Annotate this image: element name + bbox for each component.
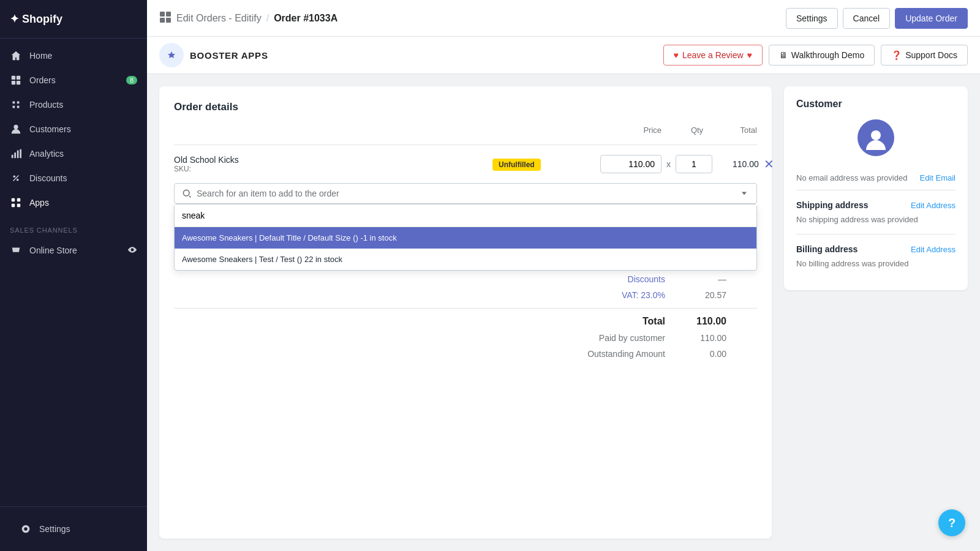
online-store-icon: [10, 244, 22, 257]
svg-rect-7: [17, 151, 19, 159]
vat-value: 20.57: [690, 290, 726, 300]
svg-rect-16: [160, 12, 165, 17]
customer-title: Customer: [796, 99, 956, 110]
add-sales-channel-icon[interactable]: [127, 225, 137, 236]
svg-point-15: [131, 248, 134, 251]
sidebar-item-label: Orders: [29, 75, 56, 85]
svg-rect-6: [14, 152, 16, 158]
sidebar-item-label: Customers: [29, 124, 71, 134]
svg-rect-8: [20, 149, 21, 158]
walkthrough-demo-button[interactable]: 🖥 Walkthrough Demo: [769, 45, 875, 66]
booster-actions: ♥ Leave a Review ♥ 🖥 Walkthrough Demo ❓ …: [663, 45, 968, 66]
svg-rect-11: [12, 198, 15, 201]
remove-product-button[interactable]: ✕: [764, 157, 774, 171]
no-shipping-address-text: No shipping address was provided: [796, 215, 956, 224]
help-button[interactable]: ?: [938, 509, 965, 536]
svg-rect-1: [17, 76, 20, 80]
sidebar-item-analytics[interactable]: Analytics: [0, 141, 147, 166]
shipping-address-section: Shipping address Edit Address No shippin…: [796, 190, 956, 234]
question-icon: ❓: [891, 50, 902, 60]
cancel-button[interactable]: Cancel: [843, 8, 891, 29]
svg-rect-0: [12, 76, 15, 80]
svg-rect-17: [166, 12, 171, 17]
vat-row: VAT: 23.0% 20.57: [174, 287, 757, 303]
outstanding-row: Outstanding Amount 0.00: [174, 346, 757, 362]
sidebar-item-orders[interactable]: Orders 8: [0, 68, 147, 92]
main-content: Edit Orders - Editify / Order #1033A Set…: [147, 0, 980, 551]
svg-rect-3: [17, 81, 20, 84]
customer-panel: Customer No email address was provided E…: [784, 86, 968, 539]
search-placeholder: Search for an item to add to the order: [197, 189, 339, 198]
sidebar-item-label: Discounts: [29, 173, 67, 183]
grid-icon: [159, 11, 172, 26]
discounts-label: Discounts: [628, 274, 665, 284]
total-header: Total: [733, 126, 757, 135]
sidebar-item-customers[interactable]: Customers: [0, 117, 147, 141]
svg-point-9: [13, 176, 16, 178]
svg-point-10: [17, 179, 19, 181]
booster-logo-text: BOOSTER APPS: [190, 50, 268, 61]
settings-label: Settings: [39, 524, 70, 534]
edit-shipping-address-link[interactable]: Edit Address: [911, 201, 956, 210]
products-icon: [10, 99, 22, 111]
product-sku: SKU:: [174, 165, 488, 173]
billing-address-section: Billing address Edit Address No billing …: [796, 234, 956, 278]
total-value: 110.00: [690, 316, 726, 327]
billing-address-header: Billing address Edit Address: [796, 244, 956, 254]
leave-review-button[interactable]: ♥ Leave a Review ♥: [663, 45, 763, 66]
content-area: Order details Price Qty Total Old School…: [147, 74, 980, 551]
price-header: Price: [600, 126, 662, 135]
search-text-input[interactable]: [175, 204, 756, 227]
sidebar-item-products[interactable]: Products: [0, 92, 147, 117]
sidebar-item-home[interactable]: Home: [0, 43, 147, 68]
sidebar-item-label: Apps: [29, 198, 49, 208]
unfulfilled-badge: Unfulfilled: [492, 159, 566, 169]
settings-button[interactable]: Settings: [786, 8, 838, 29]
qty-header: Qty: [666, 126, 728, 135]
edit-billing-address-link[interactable]: Edit Address: [911, 245, 956, 254]
product-info: Old School Kicks SKU:: [174, 155, 488, 173]
customers-icon: [10, 123, 22, 135]
topbar-actions: Settings Cancel Update Order: [786, 8, 968, 29]
analytics-icon: [10, 148, 22, 160]
sidebar-item-discounts[interactable]: Discounts: [0, 166, 147, 190]
shipping-address-header: Shipping address Edit Address: [796, 200, 956, 210]
product-total: 110.00: [733, 159, 759, 169]
search-input-container[interactable]: Search for an item to add to the order: [174, 183, 757, 204]
search-result-2[interactable]: Awesome Sneakers | Test / Test () 22 in …: [175, 249, 756, 270]
shipping-address-title: Shipping address: [796, 200, 868, 210]
order-details-title: Order details: [174, 101, 757, 113]
edit-email-link[interactable]: Edit Email: [919, 173, 956, 182]
sidebar-item-label: Products: [29, 100, 63, 110]
billing-address-title: Billing address: [796, 244, 858, 254]
svg-point-21: [183, 190, 189, 196]
apps-icon: [10, 197, 22, 209]
sales-channels-title: SALES CHANNELS: [0, 215, 147, 238]
orders-icon: [10, 74, 22, 86]
settings-icon: [20, 523, 32, 535]
vat-label: VAT: 23.0%: [622, 290, 665, 300]
paid-label: Paid by customer: [599, 333, 665, 343]
total-label: Total: [643, 316, 665, 327]
svg-rect-13: [12, 204, 15, 207]
sidebar-item-apps[interactable]: Apps: [0, 190, 147, 215]
sidebar-item-label: Home: [29, 51, 52, 61]
app-name: Edit Orders - Editify: [176, 13, 262, 24]
paid-value: 110.00: [690, 333, 726, 343]
sidebar-nav: Home Orders 8 Products Customers: [0, 39, 147, 506]
order-product-row: Old School Kicks SKU: Unfulfilled x: [174, 155, 757, 173]
qty-input[interactable]: [676, 155, 712, 173]
online-store-eye-icon[interactable]: [127, 245, 137, 257]
sidebar-logo: ✦ Shopify: [0, 0, 147, 39]
sidebar-item-settings[interactable]: Settings: [10, 517, 137, 541]
no-email-text: No email address was provided: [796, 173, 907, 182]
heart-icon-left: ♥: [674, 50, 679, 60]
price-input[interactable]: [600, 155, 662, 173]
support-docs-button[interactable]: ❓ Support Docs: [881, 45, 968, 66]
paid-row: Paid by customer 110.00: [174, 330, 757, 346]
orders-badge: 8: [126, 76, 137, 84]
sidebar-item-online-store[interactable]: Online Store: [0, 238, 147, 263]
update-order-button[interactable]: Update Order: [895, 8, 968, 29]
search-result-1[interactable]: Awesome Sneakers | Default Title / Defau…: [175, 227, 756, 249]
search-dropdown: Awesome Sneakers | Default Title / Defau…: [174, 204, 757, 271]
